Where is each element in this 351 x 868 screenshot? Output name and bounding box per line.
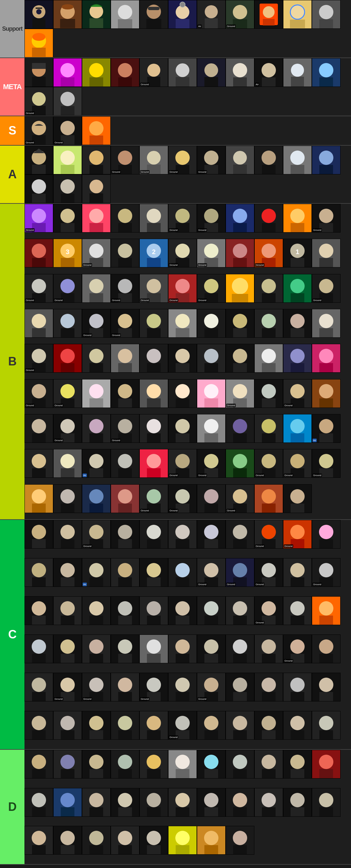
char-item[interactable] bbox=[254, 673, 283, 702]
char-item[interactable] bbox=[254, 309, 283, 338]
char-item[interactable]: Ground bbox=[197, 274, 226, 303]
char-item[interactable] bbox=[312, 596, 341, 625]
char-item[interactable] bbox=[197, 344, 226, 373]
char-item[interactable] bbox=[168, 558, 197, 587]
char-item[interactable] bbox=[53, 175, 82, 203]
char-item[interactable] bbox=[53, 58, 82, 87]
char-item[interactable] bbox=[254, 634, 283, 663]
char-item[interactable] bbox=[283, 414, 312, 443]
char-item[interactable] bbox=[226, 58, 254, 87]
char-item[interactable] bbox=[168, 520, 197, 549]
char-item[interactable] bbox=[197, 414, 226, 443]
char-item[interactable] bbox=[25, 449, 53, 478]
char-item[interactable] bbox=[139, 344, 168, 373]
char-item[interactable] bbox=[25, 146, 53, 175]
char-item[interactable] bbox=[53, 344, 82, 373]
char-item[interactable] bbox=[139, 204, 168, 232]
char-item[interactable]: Ground bbox=[168, 204, 197, 232]
char-item[interactable] bbox=[139, 596, 168, 625]
char-item[interactable]: Ground bbox=[254, 449, 283, 478]
char-item[interactable] bbox=[226, 309, 254, 338]
char-item[interactable] bbox=[82, 146, 111, 175]
char-item[interactable] bbox=[139, 558, 168, 587]
char-item[interactable] bbox=[283, 711, 312, 740]
char-item[interactable] bbox=[283, 596, 312, 625]
char-item[interactable] bbox=[283, 484, 312, 513]
char-item[interactable] bbox=[82, 204, 111, 232]
char-item[interactable]: Air bbox=[312, 414, 341, 443]
char-item[interactable] bbox=[111, 379, 139, 408]
char-item[interactable] bbox=[82, 788, 111, 817]
char-item[interactable]: Ground bbox=[168, 239, 197, 268]
char-item[interactable] bbox=[283, 750, 312, 778]
char-item[interactable] bbox=[111, 239, 139, 268]
char-item[interactable] bbox=[312, 711, 341, 740]
char-item[interactable]: Ground bbox=[197, 558, 226, 587]
char-item[interactable]: Ground bbox=[254, 239, 283, 268]
char-item[interactable] bbox=[312, 788, 341, 817]
char-item[interactable] bbox=[82, 175, 111, 203]
char-item[interactable]: Ground bbox=[312, 204, 341, 232]
char-item[interactable]: Ground bbox=[312, 274, 341, 303]
char-item[interactable]: Ground bbox=[139, 673, 168, 702]
char-item[interactable] bbox=[197, 826, 226, 855]
char-item[interactable] bbox=[197, 379, 226, 408]
char-item[interactable] bbox=[53, 484, 82, 513]
char-item[interactable]: Ground bbox=[53, 116, 82, 145]
char-item[interactable] bbox=[82, 634, 111, 663]
char-item[interactable] bbox=[254, 204, 283, 232]
char-item[interactable] bbox=[226, 596, 254, 625]
char-item[interactable] bbox=[25, 673, 53, 702]
char-item[interactable] bbox=[283, 274, 312, 303]
char-item[interactable] bbox=[254, 750, 283, 778]
char-item[interactable] bbox=[283, 309, 312, 338]
char-item[interactable] bbox=[139, 309, 168, 338]
char-item[interactable] bbox=[53, 309, 82, 338]
char-item[interactable]: Ground bbox=[25, 274, 53, 303]
char-item[interactable]: Ground bbox=[312, 558, 341, 587]
char-item[interactable] bbox=[226, 711, 254, 740]
char-item[interactable] bbox=[53, 204, 82, 232]
char-item[interactable]: Ground bbox=[168, 146, 197, 175]
char-item[interactable] bbox=[168, 788, 197, 817]
char-item[interactable] bbox=[254, 0, 283, 29]
char-item[interactable]: 2 bbox=[139, 239, 168, 268]
char-item[interactable] bbox=[139, 449, 168, 478]
char-item[interactable] bbox=[226, 344, 254, 373]
char-item[interactable]: Air bbox=[254, 58, 283, 87]
char-item[interactable]: Ground bbox=[226, 0, 254, 29]
char-item[interactable]: Ground bbox=[53, 673, 82, 702]
char-item[interactable] bbox=[312, 344, 341, 373]
char-item[interactable]: Ground bbox=[197, 146, 226, 175]
char-item[interactable] bbox=[283, 0, 312, 29]
char-item[interactable] bbox=[283, 204, 312, 232]
char-item[interactable] bbox=[312, 0, 341, 29]
char-item[interactable] bbox=[111, 711, 139, 740]
char-item[interactable]: Ground bbox=[111, 146, 139, 175]
char-item[interactable]: Ground bbox=[197, 204, 226, 232]
char-item[interactable] bbox=[111, 0, 139, 29]
char-item[interactable]: Ground bbox=[25, 379, 53, 408]
char-item[interactable]: Ground bbox=[283, 520, 312, 549]
char-item[interactable] bbox=[283, 788, 312, 817]
char-item[interactable] bbox=[25, 239, 53, 268]
char-item[interactable]: Ground bbox=[139, 484, 168, 513]
char-item[interactable] bbox=[111, 58, 139, 87]
char-item[interactable]: Ground bbox=[197, 239, 226, 268]
char-item[interactable] bbox=[168, 596, 197, 625]
char-item[interactable] bbox=[226, 673, 254, 702]
char-item[interactable] bbox=[168, 379, 197, 408]
char-item[interactable] bbox=[197, 58, 226, 87]
char-item[interactable] bbox=[312, 673, 341, 702]
char-item[interactable] bbox=[312, 58, 341, 87]
char-item[interactable]: Ground bbox=[139, 58, 168, 87]
char-item[interactable] bbox=[82, 484, 111, 513]
char-item[interactable]: Ground bbox=[254, 596, 283, 625]
char-item[interactable] bbox=[312, 750, 341, 778]
char-item[interactable] bbox=[111, 449, 139, 478]
char-item[interactable]: Ground bbox=[226, 484, 254, 513]
char-item[interactable] bbox=[139, 711, 168, 740]
char-item[interactable] bbox=[53, 711, 82, 740]
char-item[interactable] bbox=[25, 414, 53, 443]
char-item[interactable]: Ground bbox=[254, 558, 283, 587]
